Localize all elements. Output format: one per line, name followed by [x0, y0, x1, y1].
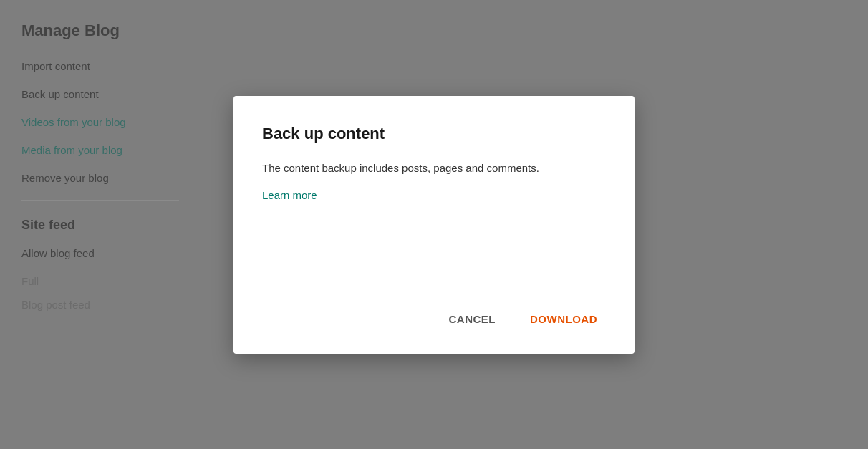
- modal-overlay: Back up content The content backup inclu…: [0, 0, 868, 449]
- dialog-description: The content backup includes posts, pages…: [262, 160, 606, 177]
- dialog-title: Back up content: [262, 125, 606, 143]
- learn-more-link[interactable]: Learn more: [262, 189, 317, 201]
- cancel-button[interactable]: CANCEL: [440, 307, 505, 331]
- dialog-body: Back up content The content backup inclu…: [262, 125, 606, 250]
- download-button[interactable]: DOWNLOAD: [521, 307, 606, 331]
- dialog-actions: CANCEL DOWNLOAD: [262, 307, 606, 331]
- backup-dialog: Back up content The content backup inclu…: [233, 96, 635, 354]
